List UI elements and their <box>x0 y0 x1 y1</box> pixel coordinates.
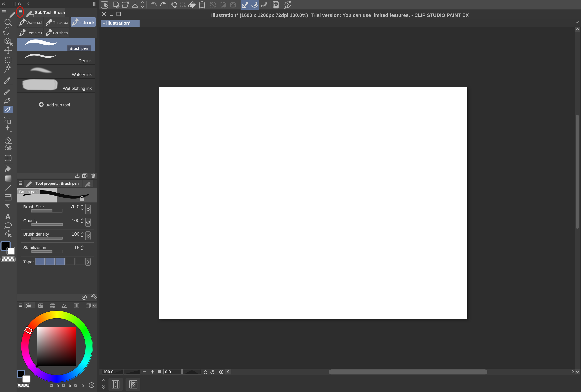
svg-text:100.0: 100.0 <box>103 370 113 374</box>
svg-text:A: A <box>5 212 10 220</box>
svg-text:0.0: 0.0 <box>165 370 171 374</box>
svg-text:?: ? <box>286 2 289 8</box>
